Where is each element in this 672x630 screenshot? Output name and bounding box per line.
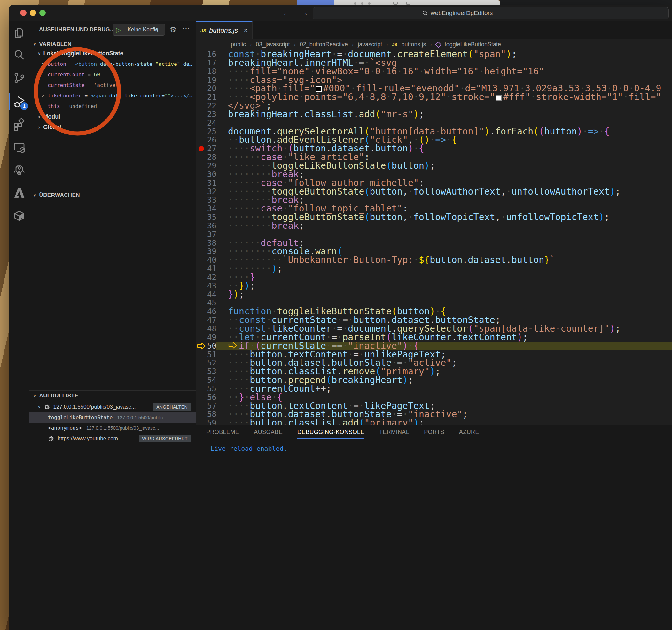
line-number[interactable]: 40	[196, 256, 216, 264]
code-line[interactable]: 36········break;	[196, 222, 672, 230]
gear-icon[interactable]: ⚙	[170, 25, 176, 34]
line-number[interactable]: 36	[196, 222, 216, 230]
variable-row[interactable]: currentCount = 60	[29, 69, 196, 80]
line-number[interactable]: 28	[196, 153, 216, 162]
stack-frame[interactable]: https://www.youtube.com...WIRD AUSGEFÜHR…	[29, 433, 196, 444]
line-number[interactable]: 39	[196, 247, 216, 256]
run-debug-icon[interactable]: 1	[13, 95, 26, 108]
code-line[interactable]: 42····}	[196, 273, 672, 282]
code-editor[interactable]: 16const·breakingHeart·=·document.createE…	[196, 50, 672, 425]
line-number[interactable]: 58	[196, 410, 216, 419]
source-control-icon[interactable]	[13, 72, 26, 84]
line-number[interactable]: 50	[196, 342, 216, 350]
line-number[interactable]: 32	[196, 187, 216, 196]
code-line[interactable]: 59····button.classList.add("primary");	[196, 419, 672, 425]
line-number[interactable]: 42	[196, 273, 216, 282]
breadcrumb-item[interactable]: public	[231, 41, 246, 48]
line-number[interactable]: 47	[196, 316, 216, 325]
search-icon[interactable]	[13, 49, 26, 61]
expand-icon[interactable]: >	[42, 93, 44, 98]
line-number[interactable]: 51	[196, 350, 216, 359]
stack-frame[interactable]: ∨127.0.0.1:5500/public/03_javasc...ANGEH…	[29, 402, 196, 412]
minimize-window-button[interactable]	[30, 9, 36, 16]
line-number[interactable]: 37	[196, 230, 216, 239]
extensions-icon[interactable]	[13, 118, 26, 131]
code-line[interactable]: 44});	[196, 291, 672, 299]
line-number[interactable]: 41	[196, 264, 216, 273]
color-swatch-black[interactable]	[316, 86, 321, 92]
close-window-button[interactable]	[20, 9, 26, 16]
line-number[interactable]: 43	[196, 282, 216, 291]
expand-icon[interactable]: >	[42, 62, 44, 67]
variable-row[interactable]: this = undefined	[29, 101, 196, 111]
expand-icon[interactable]: >	[38, 115, 40, 120]
line-number[interactable]: 27	[196, 144, 216, 153]
line-number[interactable]: 33	[196, 196, 216, 204]
container-icon[interactable]	[13, 209, 26, 222]
line-number[interactable]: 29	[196, 162, 216, 170]
line-number[interactable]: 35	[196, 213, 216, 222]
explorer-icon[interactable]	[13, 26, 26, 39]
live-preview-icon[interactable]	[13, 141, 26, 154]
breadcrumb-item[interactable]: toggleLikeButtonState	[445, 41, 501, 48]
line-number[interactable]: 55	[196, 385, 216, 393]
history-forward-button[interactable]: →	[300, 8, 309, 18]
scope-row-modul[interactable]: >Modul	[29, 111, 196, 122]
line-number[interactable]: 19	[196, 76, 216, 85]
line-number[interactable]: 38	[196, 239, 216, 248]
line-number[interactable]: 52	[196, 359, 216, 368]
code-line[interactable]: 23breakingHeart.classList.add("mr-s");	[196, 110, 672, 119]
panel-tab-terminal[interactable]: TERMINAL	[379, 429, 409, 439]
command-center-search[interactable]: webEngineerDgEditors	[313, 7, 669, 19]
breadcrumb-item[interactable]: javascript	[358, 41, 382, 48]
robot-icon[interactable]	[13, 163, 26, 176]
line-number[interactable]: 25	[196, 127, 216, 136]
local-scope-row[interactable]: ∨ Lokal: toggleLikeButtonState	[29, 48, 196, 59]
expand-icon[interactable]: ∨	[38, 404, 41, 409]
start-debug-icon[interactable]: ▷	[113, 26, 124, 33]
line-number[interactable]: 31	[196, 179, 216, 187]
line-number[interactable]: 20	[196, 84, 216, 93]
line-number[interactable]: 46	[196, 307, 216, 316]
variable-row[interactable]: >likeCounter = <span data-like-counter="…	[29, 91, 196, 101]
line-number[interactable]: 56	[196, 393, 216, 402]
breadcrumb-item[interactable]: buttons.js	[401, 41, 426, 48]
panel-tab-debugging-konsole[interactable]: DEBUGGING-KONSOLE	[297, 429, 364, 439]
line-number[interactable]: 44	[196, 291, 216, 299]
panel-tab-probleme[interactable]: PROBLEME	[206, 429, 239, 439]
line-number[interactable]: 34	[196, 204, 216, 213]
line-number[interactable]: 48	[196, 325, 216, 333]
line-number[interactable]: 24	[196, 119, 216, 127]
breadcrumb-item[interactable]: 02_buttonReactive	[300, 41, 348, 48]
panel-tab-ausgabe[interactable]: AUSGABE	[254, 429, 283, 439]
line-number[interactable]: 23	[196, 110, 216, 119]
line-number[interactable]: 45	[196, 299, 216, 307]
tab-buttons-js[interactable]: JS buttons.js ×	[196, 21, 253, 39]
line-number[interactable]: 22	[196, 102, 216, 110]
color-swatch-white[interactable]	[496, 95, 502, 101]
more-actions-icon[interactable]: ···	[183, 24, 190, 32]
line-number[interactable]: 53	[196, 368, 216, 376]
azure-icon[interactable]	[13, 186, 26, 199]
scope-row-global[interactable]: >Global	[29, 122, 196, 132]
line-number[interactable]: 30	[196, 170, 216, 179]
line-number[interactable]: 49	[196, 333, 216, 342]
expand-icon[interactable]: >	[38, 125, 40, 130]
stack-frame[interactable]: toggleLikeButtonState127.0.0.1:5500/publ…	[29, 412, 196, 423]
breadcrumb-item[interactable]: 03_javascript	[256, 41, 290, 48]
stack-frame[interactable]: <anonymous>127.0.0.1:5500/public/03_java…	[29, 423, 196, 433]
line-number[interactable]: 16	[196, 50, 216, 59]
panel-tab-azure[interactable]: AZURE	[459, 429, 479, 439]
line-number[interactable]: 26	[196, 136, 216, 144]
watch-section-header[interactable]: ∨ ÜBERWACHEN	[29, 190, 196, 200]
line-number[interactable]: 18	[196, 68, 216, 76]
line-number[interactable]: 21	[196, 93, 216, 102]
line-number[interactable]: 17	[196, 59, 216, 68]
line-number[interactable]: 59	[196, 419, 216, 425]
maximize-window-button[interactable]	[39, 9, 46, 16]
variable-row[interactable]: currentState = 'active'	[29, 80, 196, 91]
line-number[interactable]: 54	[196, 376, 216, 385]
history-back-button[interactable]: ←	[282, 8, 291, 18]
debug-config-dropdown[interactable]: ▷ Keine Konfig ∨	[113, 24, 165, 36]
panel-tab-ports[interactable]: PORTS	[424, 429, 445, 439]
